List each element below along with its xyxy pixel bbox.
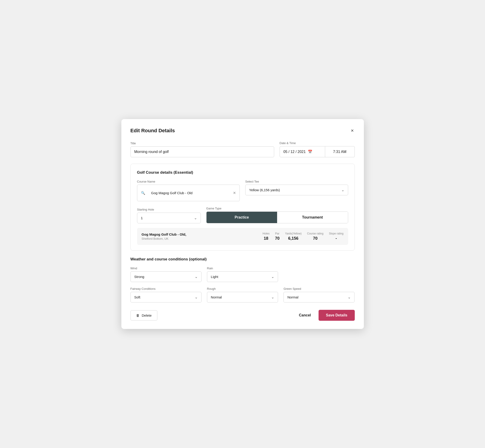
chevron-down-icon: ⌄ bbox=[341, 188, 344, 192]
top-row: Title Date & Time 05 / 12 / 2021 📅 7:31 … bbox=[130, 141, 355, 157]
weather-row-2: Fairway Conditions Soft Normal Firm Very… bbox=[130, 287, 355, 303]
course-stat-yards: Yards(Yellow) 6,156 bbox=[285, 232, 302, 241]
course-rating-value: 70 bbox=[313, 236, 317, 241]
slope-rating-label: Slope rating bbox=[329, 232, 343, 235]
select-tee-label: Select Tee bbox=[245, 180, 348, 183]
rough-field: Rough Light Normal Heavy ⌄ bbox=[207, 287, 278, 303]
weather-section: Weather and course conditions (optional)… bbox=[130, 257, 355, 303]
green-speed-select-wrap[interactable]: Slow Normal Fast Very Fast ⌄ bbox=[283, 292, 355, 303]
chevron-down-icon-rain: ⌄ bbox=[271, 274, 274, 279]
game-type-toggle: Practice Tournament bbox=[206, 211, 348, 223]
datetime-label: Date & Time bbox=[280, 141, 355, 145]
rain-dropdown[interactable]: None Light Moderate Heavy bbox=[211, 275, 271, 279]
green-speed-dropdown[interactable]: Slow Normal Fast Very Fast bbox=[287, 295, 348, 299]
close-button[interactable]: × bbox=[350, 127, 355, 134]
holes-label: Holes bbox=[263, 232, 270, 235]
search-icon: 🔍 bbox=[141, 191, 145, 195]
course-name-label: Course Name bbox=[137, 180, 240, 183]
yards-value: 6,156 bbox=[288, 236, 299, 241]
yards-label: Yards(Yellow) bbox=[285, 232, 302, 235]
rough-select-wrap[interactable]: Light Normal Heavy ⌄ bbox=[207, 292, 278, 303]
select-tee-field: Select Tee Yellow (6,156 yards) Red Whit… bbox=[245, 180, 348, 201]
chevron-down-icon-wind: ⌄ bbox=[195, 274, 198, 279]
course-name-field: Course Name 🔍 ✕ bbox=[137, 180, 240, 201]
wind-label: Wind bbox=[130, 267, 202, 270]
rain-field: Rain None Light Moderate Heavy ⌄ bbox=[207, 267, 278, 282]
wind-dropdown[interactable]: None Light Moderate Strong Very Strong bbox=[134, 275, 195, 279]
select-tee-dropdown[interactable]: Yellow (6,156 yards) Red White bbox=[249, 188, 341, 192]
green-speed-field: Green Speed Slow Normal Fast Very Fast ⌄ bbox=[283, 287, 355, 303]
datetime-inputs: 05 / 12 / 2021 📅 7:31 AM bbox=[280, 146, 355, 157]
rough-label: Rough bbox=[207, 287, 278, 290]
course-name-input-wrap[interactable]: 🔍 ✕ bbox=[137, 185, 240, 201]
course-rating-label: Course rating bbox=[307, 232, 323, 235]
course-info-card: Gog Magog Golf Club - Old, Shelford Bott… bbox=[137, 228, 348, 245]
fairway-dropdown[interactable]: Soft Normal Firm Very Firm bbox=[134, 295, 195, 299]
weather-section-title: Weather and course conditions (optional) bbox=[130, 257, 355, 262]
rough-dropdown[interactable]: Light Normal Heavy bbox=[211, 295, 271, 299]
tournament-toggle[interactable]: Tournament bbox=[277, 212, 348, 223]
footer-row: 🗑 Delete Cancel Save Details bbox=[130, 310, 355, 321]
fairway-select-wrap[interactable]: Soft Normal Firm Very Firm ⌄ bbox=[130, 292, 202, 303]
holes-value: 18 bbox=[264, 236, 268, 241]
wind-field: Wind None Light Moderate Strong Very Str… bbox=[130, 267, 202, 282]
chevron-down-icon-rough: ⌄ bbox=[271, 295, 274, 299]
par-label: Par bbox=[275, 232, 279, 235]
course-info-name-text: Gog Magog Golf Club - Old, bbox=[142, 232, 257, 236]
bottom-row: Starting Hole 1 2 10 ⌄ Game Type Practic… bbox=[137, 207, 348, 223]
starting-hole-label: Starting Hole bbox=[137, 208, 201, 211]
time-value: 7:31 AM bbox=[333, 150, 347, 154]
delete-label: Delete bbox=[142, 313, 152, 317]
course-stat-par: Par 70 bbox=[275, 232, 280, 241]
fairway-label: Fairway Conditions bbox=[130, 287, 202, 290]
slope-rating-value: - bbox=[335, 236, 337, 241]
rain-select-wrap[interactable]: None Light Moderate Heavy ⌄ bbox=[207, 271, 278, 282]
golf-course-title: Golf Course details (Essential) bbox=[137, 170, 348, 175]
wind-select-wrap[interactable]: None Light Moderate Strong Very Strong ⌄ bbox=[130, 271, 202, 282]
chevron-down-icon-green: ⌄ bbox=[348, 295, 351, 299]
date-input[interactable]: 05 / 12 / 2021 📅 bbox=[280, 146, 325, 157]
starting-hole-wrap[interactable]: 1 2 10 ⌄ bbox=[137, 213, 201, 223]
save-button[interactable]: Save Details bbox=[319, 310, 355, 321]
weather-row-1: Wind None Light Moderate Strong Very Str… bbox=[130, 267, 355, 282]
course-stat-slope: Slope rating - bbox=[329, 232, 343, 241]
cancel-button[interactable]: Cancel bbox=[297, 310, 313, 320]
course-name-input[interactable] bbox=[147, 188, 231, 198]
game-type-label: Game Type bbox=[206, 207, 348, 210]
golf-course-section: Golf Course details (Essential) Course N… bbox=[130, 164, 355, 251]
calendar-icon: 📅 bbox=[308, 150, 312, 154]
practice-toggle[interactable]: Practice bbox=[207, 212, 277, 223]
starting-hole-dropdown[interactable]: 1 2 10 bbox=[141, 216, 194, 220]
par-value: 70 bbox=[275, 236, 280, 241]
datetime-field-group: Date & Time 05 / 12 / 2021 📅 7:31 AM bbox=[280, 141, 355, 157]
date-value: 05 / 12 / 2021 bbox=[283, 150, 306, 154]
rain-label: Rain bbox=[207, 267, 278, 270]
clear-icon[interactable]: ✕ bbox=[233, 191, 236, 195]
trash-icon: 🗑 bbox=[136, 313, 140, 317]
fairway-field: Fairway Conditions Soft Normal Firm Very… bbox=[130, 287, 202, 303]
chevron-down-icon-fairway: ⌄ bbox=[195, 295, 198, 299]
game-type-field: Game Type Practice Tournament bbox=[206, 207, 348, 223]
title-field-group: Title bbox=[130, 142, 274, 157]
course-row: Course Name 🔍 ✕ Select Tee Yellow (6,156… bbox=[137, 180, 348, 201]
select-tee-wrap[interactable]: Yellow (6,156 yards) Red White ⌄ bbox=[245, 185, 348, 195]
green-speed-label: Green Speed bbox=[283, 287, 355, 290]
title-input[interactable] bbox=[130, 146, 274, 157]
modal-title: Edit Round Details bbox=[130, 128, 175, 134]
edit-round-modal: Edit Round Details × Title Date & Time 0… bbox=[121, 119, 364, 329]
time-input[interactable]: 7:31 AM bbox=[325, 146, 355, 157]
course-info-name: Gog Magog Golf Club - Old, Shelford Bott… bbox=[142, 232, 257, 240]
course-stat-rating: Course rating 70 bbox=[307, 232, 323, 241]
chevron-down-icon-2: ⌄ bbox=[194, 216, 197, 220]
course-stat-holes: Holes 18 bbox=[263, 232, 270, 241]
course-info-location: Shelford Bottom, UK bbox=[142, 237, 257, 240]
delete-button[interactable]: 🗑 Delete bbox=[130, 310, 157, 320]
title-label: Title bbox=[130, 142, 274, 145]
starting-hole-field: Starting Hole 1 2 10 ⌄ bbox=[137, 208, 201, 223]
footer-right: Cancel Save Details bbox=[297, 310, 355, 321]
modal-header: Edit Round Details × bbox=[130, 127, 355, 134]
